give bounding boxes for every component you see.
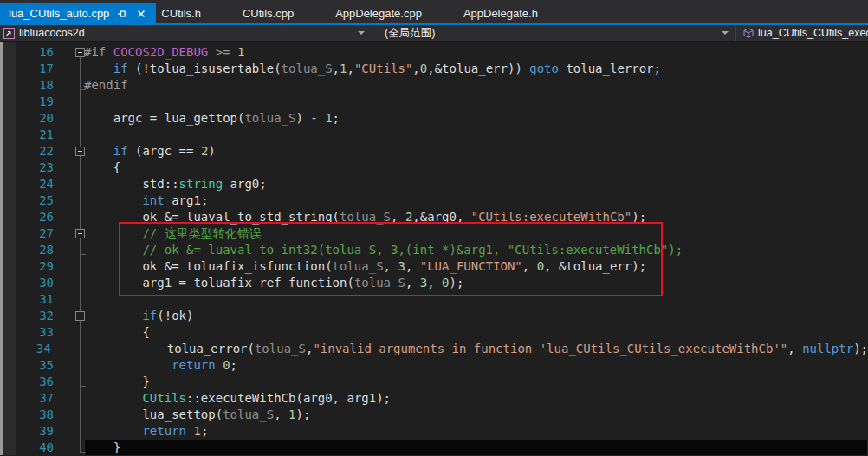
tab-label: AppDelegate.cpp	[335, 7, 422, 20]
member-dropdown[interactable]: lua_CUtils_CUtils_execut	[736, 25, 868, 41]
code-text[interactable]	[84, 127, 868, 143]
code-text[interactable]: return 1;	[84, 423, 868, 440]
line-number[interactable]: 31	[0, 291, 54, 308]
line-number[interactable]: 29	[0, 258, 54, 275]
code-text[interactable]: }	[84, 440, 868, 455]
code-line-23[interactable]: 23 {	[0, 160, 868, 176]
code-text[interactable]: int arg1;	[84, 192, 868, 209]
code-line-17[interactable]: 17 if (!tolua_isusertable(tolua_S,1,"CUt…	[0, 61, 868, 77]
code-line-40[interactable]: 40 }	[0, 440, 868, 455]
line-number[interactable]: 22	[0, 143, 54, 160]
code-line-32[interactable]: 32 if(!ok)	[0, 308, 868, 324]
code-text[interactable]: if(!ok)	[84, 308, 868, 324]
line-number[interactable]: 28	[0, 242, 54, 258]
code-line-29[interactable]: 29 ok &= toluafix_isfunction(tolua_S, 3,…	[0, 258, 868, 275]
code-text[interactable]: #endif	[84, 77, 868, 94]
code-text[interactable]: {	[84, 160, 868, 176]
tab-appdelegate-h[interactable]: AppDelegate.h	[443, 3, 559, 23]
fold-margin	[51, 341, 80, 357]
code-text[interactable]: // 这里类型转化错误	[84, 225, 868, 242]
code-text[interactable]: #if COCOS2D_DEBUG >= 1	[84, 44, 868, 61]
code-text[interactable]: if (!tolua_isusertable(tolua_S,1,"CUtils…	[84, 61, 868, 77]
code-line-33[interactable]: 33 {	[0, 324, 868, 341]
fold-end-corner	[80, 254, 86, 255]
line-number[interactable]: 26	[0, 209, 54, 225]
line-number[interactable]: 35	[0, 357, 54, 374]
line-number[interactable]: 36	[0, 374, 54, 390]
tab-cutils-cpp[interactable]: CUtils.cpp	[222, 3, 314, 23]
line-number[interactable]: 23	[0, 160, 54, 176]
line-number[interactable]: 33	[0, 324, 54, 341]
scope-name: (全局范围)	[385, 26, 716, 41]
line-number[interactable]: 25	[0, 192, 54, 209]
code-text[interactable]: return 0;	[84, 357, 868, 374]
fold-collapse-box[interactable]	[75, 48, 85, 57]
line-number[interactable]: 18	[0, 77, 54, 94]
code-text[interactable]: tolua_error(tolua_S,"invalid arguments i…	[80, 341, 868, 357]
code-line-27[interactable]: 27 // 这里类型转化错误	[0, 225, 868, 242]
code-line-38[interactable]: 38 lua_settop(tolua_S, 1);	[0, 407, 868, 423]
tab-appdelegate-cpp[interactable]: AppDelegate.cpp	[314, 3, 443, 23]
tab-lua-cutils-auto-cpp[interactable]: lua_CUtils_auto.cpp	[0, 3, 156, 23]
code-line-31[interactable]: 31	[0, 291, 868, 308]
code-line-20[interactable]: 20 argc = lua_gettop(tolua_S) - 1;	[0, 110, 868, 127]
line-number[interactable]: 34	[0, 341, 51, 357]
code-text[interactable]: std::string arg0;	[84, 176, 868, 192]
tab-cutils-h[interactable]: CUtils.h	[156, 3, 222, 23]
line-number[interactable]: 17	[0, 61, 54, 77]
line-number[interactable]: 24	[0, 176, 54, 192]
code-text[interactable]: {	[84, 324, 868, 341]
code-text[interactable]: CUtils::executeWithCb(arg0, arg1);	[84, 390, 868, 407]
code-text[interactable]: }	[84, 374, 868, 390]
code-line-22[interactable]: 22 if (argc == 2)	[0, 143, 868, 160]
scope-dropdown[interactable]: (全局范围)	[372, 25, 736, 41]
code-line-34[interactable]: 34 tolua_error(tolua_S,"invalid argument…	[0, 341, 868, 357]
navigation-bar: libluacocos2d (全局范围) lua_CUtils_CUtils_e…	[0, 25, 868, 42]
project-icon	[3, 28, 15, 39]
code-text[interactable]	[84, 291, 868, 308]
chevron-down-icon	[722, 31, 729, 35]
line-number[interactable]: 40	[0, 440, 54, 455]
code-line-18[interactable]: 18#endif	[0, 77, 868, 94]
line-number[interactable]: 16	[0, 44, 54, 61]
line-number[interactable]: 20	[0, 110, 54, 127]
project-dropdown[interactable]: libluacocos2d	[0, 25, 372, 41]
line-number[interactable]: 27	[0, 225, 54, 242]
code-line-21[interactable]: 21	[0, 127, 868, 143]
code-line-19[interactable]: 19	[0, 94, 868, 110]
line-number[interactable]: 38	[0, 407, 54, 423]
fold-end-corner	[80, 452, 86, 453]
code-text[interactable]: argc = lua_gettop(tolua_S) - 1;	[84, 110, 868, 127]
line-number[interactable]: 39	[0, 423, 54, 440]
code-line-25[interactable]: 25 int arg1;	[0, 192, 868, 209]
code-line-35[interactable]: 35 return 0;	[0, 357, 868, 374]
code-line-36[interactable]: 36 }	[0, 374, 868, 390]
code-text[interactable]: ok &= toluafix_isfunction(tolua_S, 3, "L…	[84, 258, 868, 275]
line-number[interactable]: 30	[0, 275, 54, 291]
fold-end-corner	[80, 89, 86, 90]
code-text[interactable]: lua_settop(tolua_S, 1);	[84, 407, 868, 423]
close-icon[interactable]	[135, 8, 147, 20]
fold-collapse-box[interactable]	[75, 311, 85, 321]
line-number[interactable]: 19	[0, 94, 54, 110]
project-name: libluacocos2d	[19, 27, 353, 39]
pin-icon[interactable]	[116, 8, 128, 20]
code-line-16[interactable]: 16#if COCOS2D_DEBUG >= 1	[0, 44, 868, 61]
line-number[interactable]: 21	[0, 127, 54, 143]
code-line-37[interactable]: 37 CUtils::executeWithCb(arg0, arg1);	[0, 390, 868, 407]
fold-collapse-box[interactable]	[75, 229, 85, 238]
code-text[interactable]: // ok &= luaval_to_int32(tolua_S, 3,(int…	[84, 242, 868, 258]
line-number[interactable]: 37	[0, 390, 54, 407]
code-line-28[interactable]: 28 // ok &= luaval_to_int32(tolua_S, 3,(…	[0, 242, 868, 258]
code-text[interactable]: if (argc == 2)	[84, 143, 868, 160]
code-editor[interactable]: 16#if COCOS2D_DEBUG >= 117 if (!tolua_is…	[0, 42, 868, 455]
code-line-26[interactable]: 26 ok &= luaval_to_std_string(tolua_S, 2…	[0, 209, 868, 225]
line-number[interactable]: 32	[0, 308, 54, 324]
code-line-30[interactable]: 30 arg1 = toluafix_ref_function(tolua_S,…	[0, 275, 868, 291]
code-text[interactable]	[84, 94, 868, 110]
code-text[interactable]: arg1 = toluafix_ref_function(tolua_S, 3,…	[84, 275, 868, 291]
fold-collapse-box[interactable]	[75, 147, 85, 156]
code-line-39[interactable]: 39 return 1;	[0, 423, 868, 440]
code-line-24[interactable]: 24 std::string arg0;	[0, 176, 868, 192]
code-text[interactable]: ok &= luaval_to_std_string(tolua_S, 2,&a…	[84, 209, 868, 225]
